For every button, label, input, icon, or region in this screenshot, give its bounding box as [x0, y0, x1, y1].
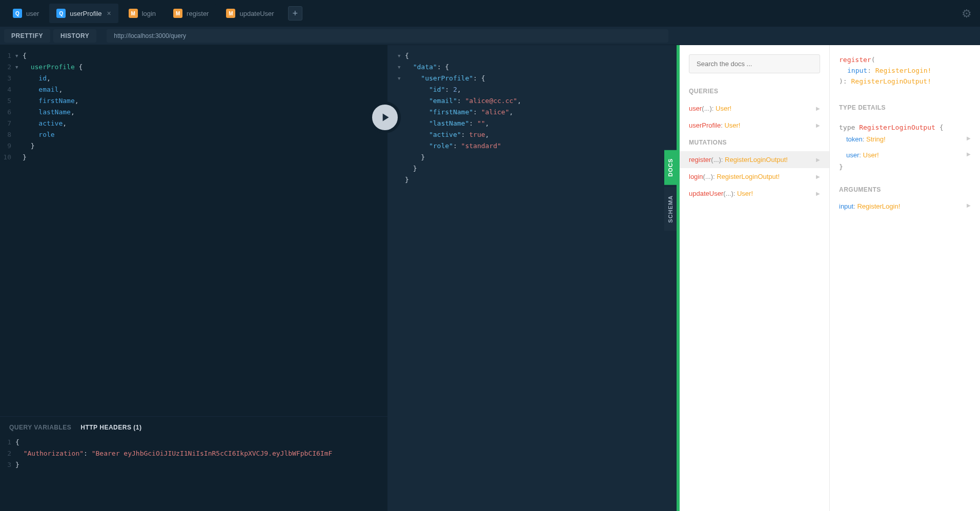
docs-panel: QUERIES user(...): User! ▶ userProfile: … [677, 45, 980, 511]
arg-input[interactable]: input: RegisterLogin! ▶ [839, 198, 971, 214]
tab-label: userProfile [70, 10, 101, 17]
signature: register( input: RegisterLogin! ): Regis… [839, 54, 971, 87]
tab-login[interactable]: M login [121, 4, 163, 23]
tab-userprofile[interactable]: Q userProfile × [49, 4, 118, 23]
type-field-user[interactable]: user: User! ▶ [839, 147, 971, 163]
chevron-right-icon: ▶ [816, 191, 820, 196]
mutation-badge: M [173, 9, 182, 18]
tab-bar: Q user Q userProfile × M login M registe… [0, 0, 980, 27]
play-icon [378, 111, 392, 124]
docs-side-tab[interactable]: DOCS [664, 150, 677, 185]
docs-search-input[interactable] [689, 54, 820, 73]
chevron-right-icon: ▶ [816, 106, 820, 111]
docs-list: QUERIES user(...): User! ▶ userProfile: … [680, 45, 830, 511]
query-badge: Q [56, 9, 66, 18]
chevron-right-icon: ▶ [967, 151, 971, 159]
prettify-button[interactable]: PRETTIFY [4, 29, 50, 43]
tab-label: user [26, 10, 39, 17]
result-panel: ▼▼▼ { "data": { "userProfile": { "id": 2… [387, 45, 677, 511]
queries-heading: QUERIES [680, 83, 829, 100]
docs-mutation-login[interactable]: login(...): RegisterLoginOutput! ▶ [680, 168, 829, 185]
tab-label: updateUser [239, 10, 274, 17]
docs-detail: register( input: RegisterLogin! ): Regis… [830, 45, 980, 511]
docs-query-user[interactable]: user(...): User! ▶ [680, 100, 829, 117]
play-button[interactable] [369, 101, 401, 133]
variables-panel: QUERY VARIABLES HTTP HEADERS (1) 123 { "… [0, 416, 387, 511]
line-gutter: 123 [0, 436, 15, 470]
chevron-right-icon: ▶ [816, 122, 820, 128]
add-tab-button[interactable]: + [288, 6, 302, 21]
code-body: { userProfile { id, email, firstName, la… [23, 50, 387, 416]
tab-label: login [142, 10, 156, 17]
mutation-badge: M [129, 9, 138, 18]
chevron-right-icon: ▶ [967, 135, 971, 143]
docs-mutation-updateuser[interactable]: updateUser(...): User! ▶ [680, 185, 829, 202]
mutation-badge: M [226, 9, 235, 18]
line-gutter: 12345678910 [0, 50, 15, 416]
toolbar: PRETTIFY HISTORY [0, 27, 980, 45]
tab-user[interactable]: Q user [6, 4, 46, 23]
chevron-right-icon: ▶ [816, 157, 820, 162]
docs-query-userprofile[interactable]: userProfile: User! ▶ [680, 117, 829, 134]
tab-label: register [187, 10, 209, 17]
docs-search-wrap [680, 45, 829, 83]
arguments-heading: ARGUMENTS [839, 181, 971, 198]
endpoint-input[interactable] [107, 29, 668, 43]
query-badge: Q [13, 9, 22, 18]
query-variables-tab[interactable]: QUERY VARIABLES [9, 424, 71, 431]
mutations-heading: MUTATIONS [680, 134, 829, 151]
type-field-token[interactable]: token: String! ▶ [839, 131, 971, 147]
chevron-right-icon: ▶ [816, 174, 820, 179]
gear-icon[interactable]: ⚙ [962, 7, 972, 21]
query-editor[interactable]: 12345678910 ▼▼ { userProfile { id, email… [0, 45, 387, 416]
schema-side-tab[interactable]: SCHEMA [664, 187, 677, 231]
chevron-right-icon: ▶ [967, 202, 971, 210]
history-button[interactable]: HISTORY [53, 29, 96, 43]
tab-register[interactable]: M register [166, 4, 216, 23]
fold-gutter: ▼▼ [15, 50, 23, 416]
side-tabs: DOCS SCHEMA [664, 150, 677, 233]
type-details-heading: TYPE DETAILS [839, 99, 971, 116]
close-icon[interactable]: × [107, 9, 111, 17]
headers-editor[interactable]: 123 { "Authorization": "Bearer eyJhbGciO… [0, 436, 387, 511]
http-headers-tab[interactable]: HTTP HEADERS (1) [80, 424, 141, 431]
tab-updateuser[interactable]: M updateUser [219, 4, 281, 23]
docs-mutation-register[interactable]: register(...): RegisterLoginOutput! ▶ [680, 151, 829, 168]
editor-column: 12345678910 ▼▼ { userProfile { id, email… [0, 45, 387, 511]
